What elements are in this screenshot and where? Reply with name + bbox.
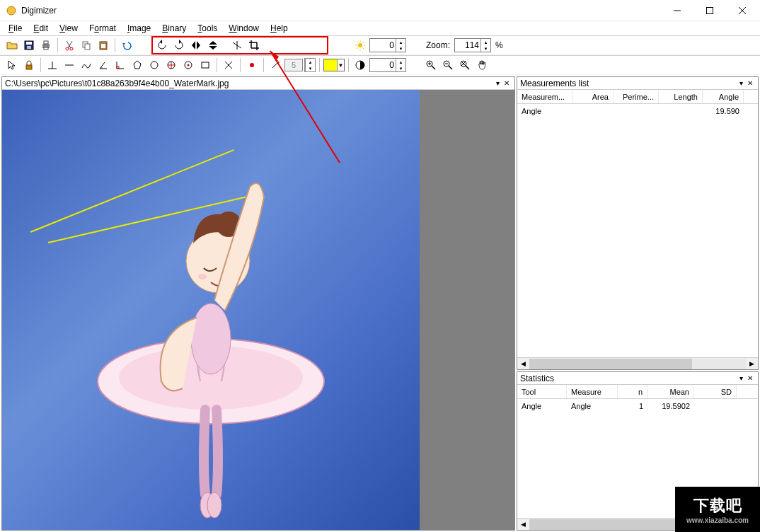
polygon-tool[interactable] <box>129 57 145 73</box>
open-button[interactable] <box>4 37 20 53</box>
lock-tool[interactable] <box>21 57 37 73</box>
svg-rect-7 <box>27 46 31 49</box>
col-perimeter[interactable]: Perime... <box>614 90 659 103</box>
zoom-input[interactable]: ▲▼ <box>454 38 491 52</box>
col-angle[interactable]: Angle <box>703 90 744 103</box>
menu-bar: File Edit View Format Image Binary Tools… <box>0 21 760 35</box>
col-length[interactable]: Length <box>659 90 703 103</box>
col-mean[interactable]: Mean <box>647 385 694 398</box>
col-sd[interactable]: SD <box>694 385 737 398</box>
cut-button[interactable] <box>62 37 77 53</box>
svg-rect-18 <box>102 41 105 43</box>
close-button[interactable] <box>726 0 759 21</box>
menu-edit[interactable]: Edit <box>29 23 52 34</box>
print-button[interactable] <box>38 37 54 53</box>
menu-help[interactable]: Help <box>266 23 292 34</box>
spin-down[interactable]: ▼ <box>396 65 405 71</box>
rectangle-tool[interactable] <box>197 57 213 73</box>
fill-color-well[interactable]: ▼ <box>323 59 345 71</box>
separator <box>217 58 217 72</box>
brightness-field[interactable] <box>370 40 396 50</box>
menu-file[interactable]: File <box>4 23 26 34</box>
minimize-button[interactable] <box>661 0 693 21</box>
paste-button[interactable] <box>96 37 111 53</box>
line-tool[interactable] <box>62 57 77 73</box>
menu-window[interactable]: Window <box>224 23 263 34</box>
wand-tool[interactable] <box>267 57 283 73</box>
zoom-in-button[interactable] <box>423 57 439 73</box>
spin-up[interactable]: ▲ <box>305 59 315 65</box>
statistics-title: Statistics <box>520 374 554 383</box>
angle-tool[interactable] <box>96 57 111 73</box>
panel-menu-icon[interactable]: ▾ <box>494 79 502 87</box>
marker-tool[interactable] <box>221 57 236 73</box>
select-tool[interactable] <box>4 57 20 73</box>
table-row[interactable]: Angle 19.590 <box>517 104 758 118</box>
flip-vertical-button[interactable] <box>205 37 221 53</box>
col-n[interactable]: n <box>618 385 647 398</box>
crop-button[interactable] <box>246 37 262 53</box>
image-canvas-wrap <box>2 90 514 530</box>
maximize-button[interactable] <box>693 0 726 21</box>
menu-tools[interactable]: Tools <box>193 23 221 34</box>
copy-button[interactable] <box>79 37 94 53</box>
svg-rect-19 <box>101 44 105 48</box>
panel-close-icon[interactable]: ✕ <box>745 374 755 382</box>
circle-tool[interactable] <box>146 57 162 73</box>
spin-down[interactable]: ▼ <box>305 65 315 71</box>
brightness-input[interactable]: ▲▼ <box>369 38 406 52</box>
spin-up[interactable]: ▲ <box>480 39 490 45</box>
save-button[interactable] <box>21 37 37 53</box>
pan-tool[interactable] <box>474 57 490 73</box>
menu-format[interactable]: Format <box>85 23 120 34</box>
image-canvas[interactable] <box>2 90 420 530</box>
table-row[interactable]: Angle Angle 1 19.5902 <box>517 399 758 413</box>
color-dropdown-icon[interactable]: ▼ <box>337 59 344 71</box>
spin-up[interactable]: ▲ <box>396 39 405 45</box>
panel-close-icon[interactable]: ✕ <box>745 79 755 87</box>
zoom-out-button[interactable] <box>440 57 456 73</box>
center-circle-tool[interactable] <box>163 57 179 73</box>
contrast-input[interactable]: ▲▼ <box>369 58 406 72</box>
right-angle-tool[interactable] <box>113 57 128 73</box>
straighten-button[interactable] <box>229 37 245 53</box>
panel-menu-icon[interactable]: ▾ <box>737 79 745 87</box>
contrast-icon[interactable] <box>352 57 368 73</box>
panel-close-icon[interactable]: ✕ <box>502 79 512 87</box>
svg-rect-10 <box>44 47 48 50</box>
panel-menu-icon[interactable]: ▾ <box>737 374 745 382</box>
zoom-fit-button[interactable] <box>457 57 473 73</box>
rotate-flip-group <box>151 36 328 54</box>
measurements-hscroll[interactable]: ◀▶ <box>517 357 758 369</box>
brightness-icon[interactable] <box>352 37 368 53</box>
perpendicular-tool[interactable] <box>45 57 60 73</box>
circle-fit-tool[interactable] <box>180 57 196 73</box>
spin-up[interactable]: ▲ <box>396 59 405 65</box>
undo-button[interactable] <box>119 37 134 53</box>
separator <box>240 58 241 72</box>
measurements-body[interactable]: Measurem... Area Perime... Length Angle … <box>517 90 758 357</box>
col-area[interactable]: Area <box>572 90 614 103</box>
line-width-input[interactable] <box>284 59 303 71</box>
zoom-label: Zoom: <box>426 40 450 50</box>
measurements-panel: Measurements list ▾ ✕ Measurem... Area P… <box>517 76 759 370</box>
menu-binary[interactable]: Binary <box>158 23 190 34</box>
zoom-field[interactable] <box>455 40 480 50</box>
spin-down[interactable]: ▼ <box>396 45 405 52</box>
flip-horizontal-button[interactable] <box>188 37 204 53</box>
menu-image[interactable]: Image <box>123 23 155 34</box>
col-measurement[interactable]: Measurem... <box>517 90 572 103</box>
window-title: Digimizer <box>21 6 661 16</box>
menu-view[interactable]: View <box>55 23 82 34</box>
svg-point-13 <box>66 47 69 50</box>
point-tool[interactable] <box>244 57 260 73</box>
spin-down[interactable]: ▼ <box>480 45 490 52</box>
path-tool[interactable] <box>79 57 94 73</box>
svg-point-49 <box>188 64 190 66</box>
separator <box>348 58 349 72</box>
col-tool[interactable]: Tool <box>517 385 567 398</box>
contrast-field[interactable] <box>370 60 396 70</box>
rotate-right-button[interactable] <box>171 37 187 53</box>
rotate-left-button[interactable] <box>154 37 170 53</box>
col-measure[interactable]: Measure <box>567 385 618 398</box>
